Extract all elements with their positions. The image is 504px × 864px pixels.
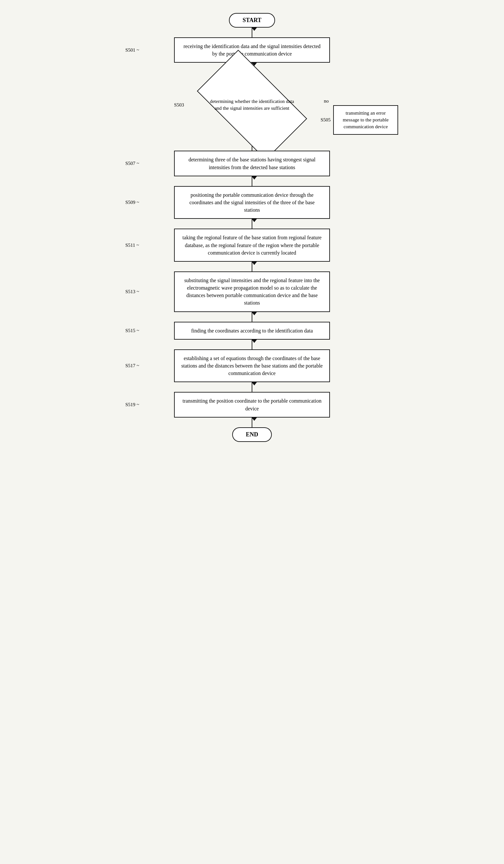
s517-text: establishing a set of equations through … — [181, 356, 323, 376]
s513-label: S513 ~ — [125, 289, 139, 295]
s501-text: receiving the identification data and th… — [183, 44, 321, 57]
s509-label: S509 ~ — [125, 200, 139, 205]
s503-diamond-wrapper: determining whether the identification d… — [197, 72, 307, 137]
s503-text: determining whether the identification d… — [210, 99, 294, 111]
step-s507-row: S507 ~ determining three of the base sta… — [106, 151, 398, 176]
step-s515-row: S515 ~ finding the coordinates according… — [106, 322, 398, 340]
connector-s513-s515 — [252, 312, 252, 322]
connector-s519-end — [252, 418, 252, 427]
flowchart: START S501 ~ receiving the identificatio… — [106, 13, 398, 442]
s519-text: transmitting the position coordinate to … — [182, 398, 322, 411]
s515-label: S515 ~ — [125, 328, 139, 334]
s507-label: S507 ~ — [125, 161, 139, 166]
connector-s509-s511 — [252, 219, 252, 229]
s509-text: positioning the portable communication d… — [189, 192, 315, 213]
s505-box: transmitting an error message to the por… — [333, 105, 398, 135]
s507-text: determining three of the base stations h… — [188, 157, 315, 170]
s503-label: S503 — [174, 102, 184, 108]
s505-label: S505 — [321, 117, 331, 123]
s503-diamond-text: determining whether the identification d… — [197, 98, 307, 112]
connector-start-s501 — [252, 27, 252, 37]
step-s513-row: S513 ~ substituting the signal intensiti… — [106, 272, 398, 312]
s503-label-row: S503 determining whether the identificat… — [161, 72, 343, 137]
s505-text: transmitting an error message to the por… — [343, 110, 388, 129]
s511-text: taking the regional feature of the base … — [182, 235, 322, 255]
s511-box: taking the regional feature of the base … — [174, 229, 330, 262]
end-oval: END — [232, 427, 272, 442]
s509-box: positioning the portable communication d… — [174, 186, 330, 219]
connector-s517-s519 — [252, 382, 252, 392]
step-s509-row: S509 ~ positioning the portable communic… — [106, 186, 398, 219]
s505-row: S505 transmitting an error message to th… — [321, 105, 398, 135]
connector-s515-s517 — [252, 340, 252, 349]
s503-full-row: S503 determining whether the identificat… — [106, 72, 398, 151]
connector-s511-s513 — [252, 262, 252, 272]
s513-text: substituting the signal intensities and … — [184, 278, 320, 306]
connector-s507-s509 — [252, 176, 252, 186]
s517-box: establishing a set of equations through … — [174, 349, 330, 383]
step-s501-row: S501 ~ receiving the identification data… — [106, 37, 398, 63]
s513-box: substituting the signal intensities and … — [174, 272, 330, 312]
start-oval: START — [229, 13, 275, 27]
s503-main-col: S503 determining whether the identificat… — [161, 72, 343, 151]
s501-box: receiving the identification data and th… — [174, 37, 330, 63]
s519-label: S519 ~ — [125, 402, 139, 408]
s501-label: S501 ~ — [125, 47, 139, 53]
step-s517-row: S517 ~ establishing a set of equations t… — [106, 349, 398, 383]
no-label: no — [324, 98, 329, 104]
s511-label: S511 ~ — [125, 242, 139, 248]
s519-box: transmitting the position coordinate to … — [174, 392, 330, 417]
step-s511-row: S511 ~ taking the regional feature of th… — [106, 229, 398, 262]
s515-text: finding the coordinates according to the… — [191, 328, 313, 334]
s515-box: finding the coordinates according to the… — [174, 322, 330, 340]
s507-box: determining three of the base stations h… — [174, 151, 330, 176]
no-branch-area: no S505 transmitting an error message to… — [321, 98, 398, 135]
s517-label: S517 ~ — [125, 363, 139, 369]
step-s519-row: S519 ~ transmitting the position coordin… — [106, 392, 398, 417]
